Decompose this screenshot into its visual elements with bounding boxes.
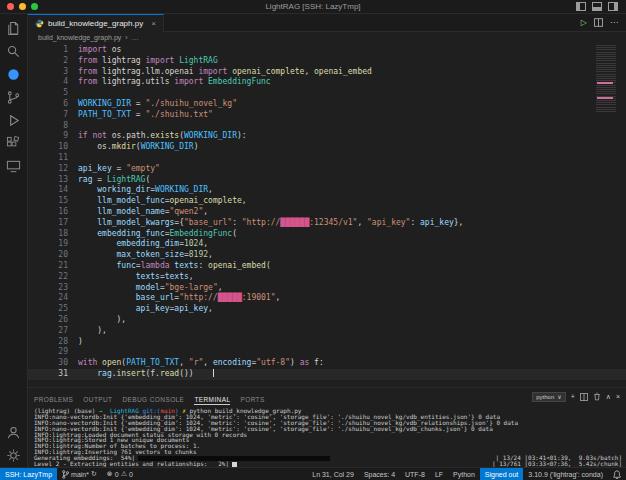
- new-terminal-icon[interactable]: +: [571, 393, 575, 400]
- problems-status[interactable]: ⊗ 0 ⚠ 0: [102, 468, 138, 480]
- line-number[interactable]: 15: [28, 196, 74, 207]
- code-line: 24 base_url="http://█████:19001",: [28, 293, 626, 304]
- minimize-window-button[interactable]: [19, 3, 26, 10]
- line-number[interactable]: 30: [28, 358, 74, 369]
- toggle-sidebar-icon[interactable]: [576, 2, 586, 11]
- line-number[interactable]: 12: [28, 164, 74, 175]
- panel-tab-debug-console[interactable]: DEBUG CONSOLE: [122, 394, 184, 404]
- line-number[interactable]: 2: [28, 56, 74, 67]
- code-text: func=lambda texts: openai_embed(: [78, 261, 271, 272]
- line-number[interactable]: 11: [28, 153, 74, 164]
- chat-extension-icon[interactable]: [1, 63, 27, 86]
- account-icon[interactable]: [1, 421, 27, 444]
- code-line: 11: [28, 153, 626, 164]
- line-number[interactable]: 24: [28, 293, 74, 304]
- source-control-icon[interactable]: [1, 86, 27, 109]
- cursor-position[interactable]: Ln 31, Col 29: [307, 468, 359, 480]
- panel-tabs: PROBLEMSOUTPUTDEBUG CONSOLETERMINALPORTS: [34, 388, 275, 406]
- line-number[interactable]: 10: [28, 142, 74, 153]
- code-line: 25 api_key=api_key,: [28, 304, 626, 315]
- line-number[interactable]: 21: [28, 261, 74, 272]
- line-number[interactable]: 23: [28, 283, 74, 294]
- language-mode[interactable]: Python: [448, 468, 480, 480]
- toggle-secondary-sidebar-icon[interactable]: [608, 2, 618, 11]
- panel-tab-problems[interactable]: PROBLEMS: [34, 394, 73, 404]
- code-text: texts=texts,: [78, 272, 194, 283]
- bottom-panel: PROBLEMSOUTPUTDEBUG CONSOLETERMINALPORTS…: [28, 387, 626, 467]
- line-number[interactable]: 9: [28, 131, 74, 142]
- line-number[interactable]: 17: [28, 218, 74, 229]
- line-number[interactable]: 19: [28, 239, 74, 250]
- branch-status[interactable]: main* ↻: [57, 468, 102, 480]
- panel-tab-output[interactable]: OUTPUT: [83, 394, 112, 404]
- code-line: 27 ),: [28, 326, 626, 337]
- line-number[interactable]: 7: [28, 110, 74, 121]
- line-number[interactable]: 3: [28, 67, 74, 78]
- account-signed-out-badge[interactable]: Signed out: [480, 468, 523, 480]
- close-panel-icon[interactable]: ×: [616, 393, 620, 400]
- code-text: embedding_dim=1024,: [78, 239, 208, 250]
- run-debug-icon[interactable]: [1, 109, 27, 132]
- line-number[interactable]: 28: [28, 337, 74, 348]
- line-number[interactable]: 6: [28, 99, 74, 110]
- close-window-button[interactable]: [7, 3, 14, 10]
- text-cursor: [213, 369, 214, 377]
- line-number[interactable]: 22: [28, 272, 74, 283]
- run-python-file-button[interactable]: ▷: [581, 18, 587, 27]
- split-terminal-icon[interactable]: [580, 393, 588, 401]
- remote-explorer-icon[interactable]: [1, 155, 27, 178]
- line-number[interactable]: 4: [28, 77, 74, 88]
- terminal[interactable]: (lightrag) (base) → LightRAG git:(main) …: [28, 406, 626, 467]
- title-bar: LightRAG [SSH: LazyTmp]: [0, 0, 626, 14]
- eol-sequence[interactable]: LF: [430, 468, 448, 480]
- explorer-icon[interactable]: [1, 17, 27, 40]
- code-line: 16 llm_model_name="qwen2",: [28, 207, 626, 218]
- line-number[interactable]: 20: [28, 250, 74, 261]
- panel-tab-terminal[interactable]: TERMINAL: [194, 394, 230, 405]
- panel-header: PROBLEMSOUTPUTDEBUG CONSOLETERMINALPORTS…: [28, 388, 626, 406]
- line-number[interactable]: 5: [28, 88, 74, 99]
- line-number[interactable]: 8: [28, 121, 74, 132]
- line-number[interactable]: 13: [28, 175, 74, 186]
- search-icon[interactable]: [1, 40, 27, 63]
- breadcrumb-symbol[interactable]: …: [132, 34, 139, 41]
- breadcrumb[interactable]: build_knowledge_graph.py › …: [28, 32, 626, 43]
- line-number[interactable]: 18: [28, 229, 74, 240]
- more-actions-icon[interactable]: ⋯: [610, 18, 618, 27]
- minimap-redaction-mark: [597, 97, 613, 99]
- zoom-window-button[interactable]: [31, 3, 38, 10]
- terminal-picker[interactable]: python ∨: [532, 392, 565, 402]
- code-line: 21 func=lambda texts: openai_embed(: [28, 261, 626, 272]
- maximize-panel-icon[interactable]: ∧: [606, 393, 611, 401]
- code-line: 1import os: [28, 45, 626, 56]
- line-number[interactable]: 14: [28, 185, 74, 196]
- toggle-panel-icon[interactable]: [592, 2, 602, 11]
- code-line: 31 rag.insert(f.read()): [28, 369, 626, 380]
- tab-build-knowledge-graph[interactable]: build_knowledge_graph.py ×: [28, 14, 164, 32]
- split-editor-icon[interactable]: [594, 18, 603, 27]
- line-number[interactable]: 25: [28, 304, 74, 315]
- line-number[interactable]: 1: [28, 45, 74, 56]
- breadcrumb-file[interactable]: build_knowledge_graph.py: [38, 34, 121, 41]
- code-line: 13rag = LightRAG(: [28, 175, 626, 186]
- encoding[interactable]: UTF-8: [400, 468, 430, 480]
- tab-close-icon[interactable]: ×: [151, 19, 156, 28]
- code-text: ),: [78, 326, 107, 337]
- notifications-bell[interactable]: [608, 468, 626, 480]
- panel-tab-ports[interactable]: PORTS: [240, 394, 264, 404]
- line-number[interactable]: 16: [28, 207, 74, 218]
- line-number[interactable]: 26: [28, 315, 74, 326]
- python-interpreter[interactable]: 3.10.9 ('lightrag': conda): [523, 468, 608, 480]
- line-number[interactable]: 31: [28, 369, 74, 380]
- settings-gear-icon[interactable]: [1, 444, 27, 467]
- line-number[interactable]: 27: [28, 326, 74, 337]
- kill-terminal-trash-icon[interactable]: [593, 392, 601, 401]
- code-text: from lightrag import LightRAG: [78, 56, 218, 67]
- minimap[interactable]: [596, 45, 620, 185]
- extensions-icon[interactable]: [1, 132, 27, 155]
- minimap-redaction-mark: [597, 82, 613, 84]
- remote-indicator[interactable]: SSH: LazyTmp: [0, 468, 57, 480]
- line-number[interactable]: 29: [28, 347, 74, 358]
- indentation[interactable]: Spaces: 4: [359, 468, 400, 480]
- code-editor[interactable]: 1import os2from lightrag import LightRAG…: [28, 43, 626, 387]
